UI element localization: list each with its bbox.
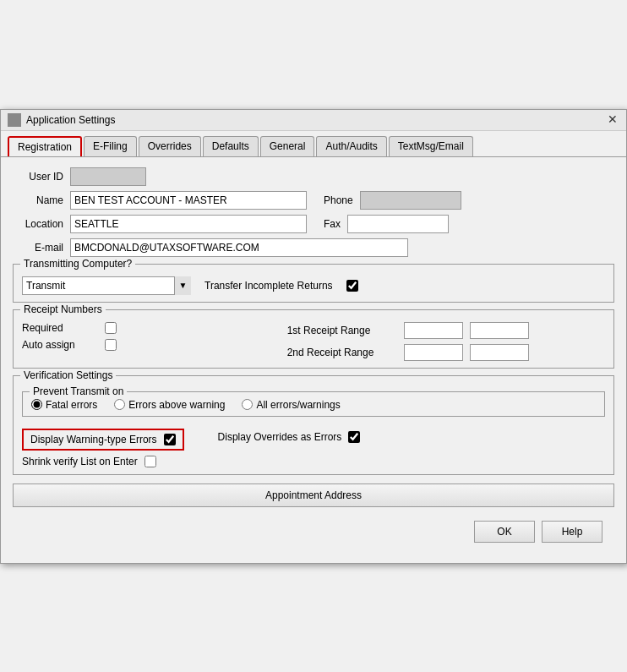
application-settings-window: Application Settings ✕ Registration E-Fi… — [0, 109, 627, 564]
transmitting-label: Transmitting Computer? — [20, 258, 135, 270]
ok-button[interactable]: OK — [474, 521, 535, 543]
verification-section-label: Verification Settings — [20, 369, 116, 381]
footer: OK Help — [13, 514, 614, 553]
display-warning-row: Display Warning-type Errors — [22, 429, 184, 451]
email-field[interactable] — [70, 238, 408, 257]
tab-auth-audits[interactable]: Auth/Audits — [316, 136, 386, 156]
tab-content-registration: User ID Name Phone Location Fax E-mail T… — [1, 156, 626, 563]
required-checkbox[interactable] — [105, 322, 117, 334]
location-field[interactable] — [70, 215, 307, 233]
display-overrides-row: Display Overrides as Errors — [218, 431, 361, 443]
shrink-verify-checkbox[interactable] — [144, 456, 156, 467]
prevent-transmit-label: Prevent Transmit on — [30, 385, 127, 397]
second-range-input-1[interactable] — [404, 344, 463, 361]
first-range-row: 1st Receipt Range — [287, 322, 605, 339]
email-row: E-mail — [13, 238, 614, 257]
second-range-input-2[interactable] — [470, 344, 529, 361]
second-range-label: 2nd Receipt Range — [287, 347, 397, 358]
first-range-input-2[interactable] — [470, 322, 529, 339]
app-icon — [8, 113, 21, 127]
shrink-verify-label: Shrink verify List on Enter — [22, 456, 138, 467]
help-button[interactable]: Help — [542, 521, 602, 543]
name-row: Name Phone — [13, 191, 614, 210]
email-label: E-mail — [13, 242, 63, 254]
errors-above-label: Errors above warning — [128, 399, 225, 411]
name-field[interactable] — [70, 191, 307, 210]
tab-overrides[interactable]: Overrides — [139, 136, 201, 156]
display-warning-label: Display Warning-type Errors — [30, 434, 157, 445]
fatal-errors-option: Fatal errors — [31, 399, 97, 411]
window-title: Application Settings — [26, 114, 115, 126]
name-label: Name — [13, 194, 63, 206]
first-range-label: 1st Receipt Range — [287, 325, 397, 336]
errors-above-radio[interactable] — [114, 399, 125, 410]
auto-assign-label: Auto assign — [22, 339, 98, 351]
prevent-transmit-section: Prevent Transmit on Fatal errors Errors … — [22, 391, 605, 417]
tab-defaults[interactable]: Defaults — [203, 136, 259, 156]
phone-label: Phone — [324, 194, 353, 206]
transmit-select-wrapper: Transmit ▼ — [22, 276, 191, 295]
location-row: Location Fax — [13, 215, 614, 233]
radio-group: Fatal errors Errors above warning All er… — [31, 399, 596, 411]
appointment-address-button[interactable]: Appointment Address — [13, 484, 614, 507]
fatal-errors-radio[interactable] — [31, 399, 42, 410]
first-range-input-1[interactable] — [404, 322, 463, 339]
verification-section: Verification Settings Prevent Transmit o… — [13, 375, 614, 475]
fax-label: Fax — [324, 218, 341, 230]
display-warning-checkbox[interactable] — [164, 434, 176, 445]
fax-field[interactable] — [347, 215, 449, 233]
userid-label: User ID — [13, 171, 63, 183]
display-overrides-label: Display Overrides as Errors — [218, 431, 342, 443]
all-errors-label: All errors/warnings — [256, 399, 340, 411]
receipt-section: Receipt Numbers Required Auto assign 1st… — [13, 309, 614, 369]
title-bar: Application Settings ✕ — [1, 110, 626, 131]
transfer-incomplete-checkbox[interactable] — [346, 280, 358, 292]
fatal-errors-label: Fatal errors — [46, 399, 97, 411]
close-icon[interactable]: ✕ — [606, 113, 619, 127]
location-label: Location — [13, 218, 63, 230]
receipt-label: Receipt Numbers — [20, 303, 106, 315]
userid-field[interactable] — [70, 167, 146, 186]
transmit-row: Transmit ▼ Transfer Incomplete Returns — [22, 276, 605, 295]
tab-textmsg-email[interactable]: TextMsg/Email — [389, 136, 473, 156]
shrink-verify-row: Shrink verify List on Enter — [22, 456, 605, 467]
tab-bar: Registration E-Filing Overrides Defaults… — [1, 131, 626, 156]
all-errors-radio[interactable] — [242, 399, 253, 410]
required-label: Required — [22, 322, 98, 334]
transfer-incomplete-label: Transfer Incomplete Returns — [204, 280, 333, 292]
errors-above-option: Errors above warning — [114, 399, 225, 411]
auto-assign-checkbox[interactable] — [105, 339, 117, 351]
phone-field[interactable] — [360, 191, 461, 210]
all-errors-option: All errors/warnings — [242, 399, 340, 411]
transmit-select[interactable]: Transmit — [22, 276, 191, 295]
userid-row: User ID — [13, 167, 614, 186]
required-row: Required — [22, 322, 287, 334]
display-overrides-checkbox[interactable] — [348, 431, 360, 443]
second-range-row: 2nd Receipt Range — [287, 344, 605, 361]
tab-general[interactable]: General — [260, 136, 315, 156]
auto-assign-row: Auto assign — [22, 339, 287, 351]
tab-registration[interactable]: Registration — [8, 136, 82, 156]
transmitting-section: Transmitting Computer? Transmit ▼ Transf… — [13, 264, 614, 303]
tab-efiling[interactable]: E-Filing — [84, 136, 137, 156]
